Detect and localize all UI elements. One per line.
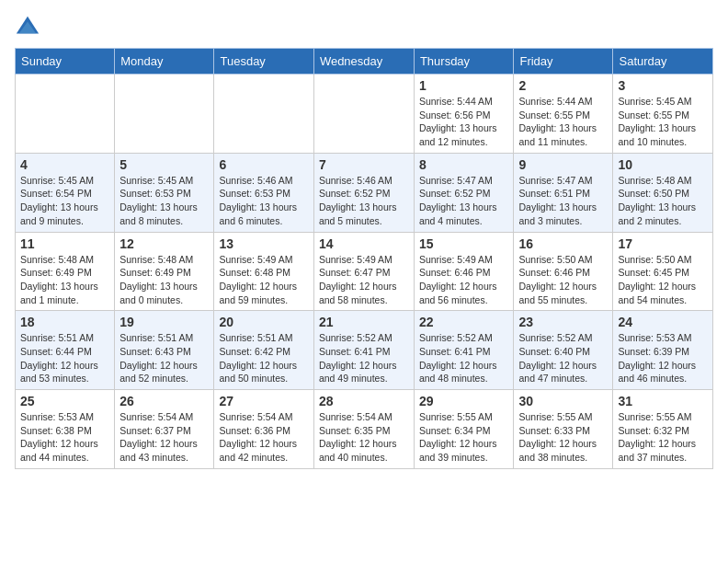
day-info: Sunrise: 5:55 AM Sunset: 6:33 PM Dayligh…: [518, 410, 608, 465]
calendar-cell: 28Sunrise: 5:54 AM Sunset: 6:35 PM Dayli…: [313, 390, 414, 469]
calendar-week-row: 18Sunrise: 5:51 AM Sunset: 6:44 PM Dayli…: [16, 311, 713, 390]
day-info: Sunrise: 5:49 AM Sunset: 6:48 PM Dayligh…: [219, 253, 308, 307]
day-info: Sunrise: 5:46 AM Sunset: 6:52 PM Dayligh…: [319, 174, 409, 228]
day-number: 6: [219, 157, 308, 172]
day-info: Sunrise: 5:47 AM Sunset: 6:52 PM Dayligh…: [419, 174, 509, 228]
calendar-cell: 1Sunrise: 5:44 AM Sunset: 6:56 PM Daylig…: [414, 75, 514, 154]
day-number: 18: [20, 315, 109, 329]
weekday-header-tuesday: Tuesday: [214, 49, 313, 75]
day-number: 10: [618, 157, 708, 172]
day-info: Sunrise: 5:52 AM Sunset: 6:40 PM Dayligh…: [518, 331, 608, 385]
calendar-cell: 6Sunrise: 5:46 AM Sunset: 6:53 PM Daylig…: [214, 153, 313, 232]
day-number: 1: [419, 78, 509, 93]
day-info: Sunrise: 5:50 AM Sunset: 6:45 PM Dayligh…: [618, 253, 708, 307]
calendar-cell: 12Sunrise: 5:48 AM Sunset: 6:49 PM Dayli…: [115, 232, 214, 311]
calendar-cell: 24Sunrise: 5:53 AM Sunset: 6:39 PM Dayli…: [613, 311, 713, 390]
day-number: 9: [518, 157, 608, 172]
calendar-cell: 9Sunrise: 5:47 AM Sunset: 6:51 PM Daylig…: [514, 153, 613, 232]
day-info: Sunrise: 5:44 AM Sunset: 6:56 PM Dayligh…: [419, 95, 509, 149]
day-number: 22: [419, 315, 509, 329]
day-number: 8: [419, 157, 509, 172]
day-number: 16: [518, 236, 608, 251]
logo: [15, 15, 44, 40]
weekday-header-friday: Friday: [514, 49, 613, 75]
calendar-cell: [16, 75, 115, 154]
calendar-cell: 29Sunrise: 5:55 AM Sunset: 6:34 PM Dayli…: [414, 390, 514, 469]
day-info: Sunrise: 5:47 AM Sunset: 6:51 PM Dayligh…: [518, 174, 608, 228]
day-info: Sunrise: 5:51 AM Sunset: 6:42 PM Dayligh…: [219, 331, 308, 385]
day-info: Sunrise: 5:49 AM Sunset: 6:47 PM Dayligh…: [319, 253, 409, 307]
day-number: 26: [119, 394, 209, 408]
weekday-header-monday: Monday: [115, 49, 214, 75]
calendar-cell: 4Sunrise: 5:45 AM Sunset: 6:54 PM Daylig…: [16, 153, 115, 232]
day-number: 7: [319, 157, 409, 172]
day-number: 2: [518, 78, 608, 93]
weekday-header-wednesday: Wednesday: [313, 49, 414, 75]
day-number: 30: [518, 394, 608, 408]
calendar-cell: [115, 75, 214, 154]
day-info: Sunrise: 5:45 AM Sunset: 6:54 PM Dayligh…: [20, 174, 109, 228]
calendar-cell: 15Sunrise: 5:49 AM Sunset: 6:46 PM Dayli…: [414, 232, 514, 311]
calendar-cell: 19Sunrise: 5:51 AM Sunset: 6:43 PM Dayli…: [115, 311, 214, 390]
calendar-cell: 16Sunrise: 5:50 AM Sunset: 6:46 PM Dayli…: [514, 232, 613, 311]
day-info: Sunrise: 5:52 AM Sunset: 6:41 PM Dayligh…: [319, 331, 409, 385]
weekday-header-saturday: Saturday: [613, 49, 713, 75]
calendar-week-row: 11Sunrise: 5:48 AM Sunset: 6:49 PM Dayli…: [16, 232, 713, 311]
day-number: 27: [219, 394, 308, 408]
calendar-week-row: 4Sunrise: 5:45 AM Sunset: 6:54 PM Daylig…: [16, 153, 713, 232]
calendar-cell: 5Sunrise: 5:45 AM Sunset: 6:53 PM Daylig…: [115, 153, 214, 232]
day-info: Sunrise: 5:55 AM Sunset: 6:34 PM Dayligh…: [419, 410, 509, 465]
weekday-header-sunday: Sunday: [16, 49, 115, 75]
calendar-cell: 2Sunrise: 5:44 AM Sunset: 6:55 PM Daylig…: [514, 75, 613, 154]
day-info: Sunrise: 5:48 AM Sunset: 6:50 PM Dayligh…: [618, 174, 708, 228]
day-number: 13: [219, 236, 308, 251]
calendar-table: SundayMondayTuesdayWednesdayThursdayFrid…: [15, 48, 713, 469]
calendar-cell: 14Sunrise: 5:49 AM Sunset: 6:47 PM Dayli…: [313, 232, 414, 311]
day-info: Sunrise: 5:54 AM Sunset: 6:36 PM Dayligh…: [219, 410, 308, 465]
calendar-week-row: 1Sunrise: 5:44 AM Sunset: 6:56 PM Daylig…: [16, 75, 713, 154]
calendar-cell: 3Sunrise: 5:45 AM Sunset: 6:55 PM Daylig…: [613, 75, 713, 154]
day-number: 3: [618, 78, 708, 93]
day-number: 20: [219, 315, 308, 329]
calendar-cell: 31Sunrise: 5:55 AM Sunset: 6:32 PM Dayli…: [613, 390, 713, 469]
day-info: Sunrise: 5:48 AM Sunset: 6:49 PM Dayligh…: [119, 253, 209, 307]
page-header: [15, 15, 713, 40]
calendar-cell: 18Sunrise: 5:51 AM Sunset: 6:44 PM Dayli…: [16, 311, 115, 390]
logo-icon: [15, 15, 40, 40]
day-number: 17: [618, 236, 708, 251]
calendar-cell: 10Sunrise: 5:48 AM Sunset: 6:50 PM Dayli…: [613, 153, 713, 232]
day-number: 23: [518, 315, 608, 329]
day-number: 29: [419, 394, 509, 408]
calendar-cell: 17Sunrise: 5:50 AM Sunset: 6:45 PM Dayli…: [613, 232, 713, 311]
calendar-cell: 30Sunrise: 5:55 AM Sunset: 6:33 PM Dayli…: [514, 390, 613, 469]
day-number: 12: [119, 236, 209, 251]
day-info: Sunrise: 5:54 AM Sunset: 6:37 PM Dayligh…: [119, 410, 209, 465]
calendar-cell: 23Sunrise: 5:52 AM Sunset: 6:40 PM Dayli…: [514, 311, 613, 390]
calendar-cell: 11Sunrise: 5:48 AM Sunset: 6:49 PM Dayli…: [16, 232, 115, 311]
day-number: 31: [618, 394, 708, 408]
day-info: Sunrise: 5:46 AM Sunset: 6:53 PM Dayligh…: [219, 174, 308, 228]
day-info: Sunrise: 5:51 AM Sunset: 6:44 PM Dayligh…: [20, 331, 109, 385]
day-info: Sunrise: 5:44 AM Sunset: 6:55 PM Dayligh…: [518, 95, 608, 149]
day-info: Sunrise: 5:48 AM Sunset: 6:49 PM Dayligh…: [20, 253, 109, 307]
calendar-cell: 25Sunrise: 5:53 AM Sunset: 6:38 PM Dayli…: [16, 390, 115, 469]
day-info: Sunrise: 5:54 AM Sunset: 6:35 PM Dayligh…: [319, 410, 409, 465]
calendar-cell: 8Sunrise: 5:47 AM Sunset: 6:52 PM Daylig…: [414, 153, 514, 232]
calendar-cell: 7Sunrise: 5:46 AM Sunset: 6:52 PM Daylig…: [313, 153, 414, 232]
day-number: 25: [20, 394, 109, 408]
weekday-header-thursday: Thursday: [414, 49, 514, 75]
calendar-cell: 21Sunrise: 5:52 AM Sunset: 6:41 PM Dayli…: [313, 311, 414, 390]
day-info: Sunrise: 5:55 AM Sunset: 6:32 PM Dayligh…: [618, 410, 708, 465]
calendar-cell: 13Sunrise: 5:49 AM Sunset: 6:48 PM Dayli…: [214, 232, 313, 311]
day-number: 5: [119, 157, 209, 172]
day-info: Sunrise: 5:45 AM Sunset: 6:53 PM Dayligh…: [119, 174, 209, 228]
calendar-cell: 26Sunrise: 5:54 AM Sunset: 6:37 PM Dayli…: [115, 390, 214, 469]
day-info: Sunrise: 5:50 AM Sunset: 6:46 PM Dayligh…: [518, 253, 608, 307]
weekday-header-row: SundayMondayTuesdayWednesdayThursdayFrid…: [16, 49, 713, 75]
calendar-cell: [214, 75, 313, 154]
day-info: Sunrise: 5:49 AM Sunset: 6:46 PM Dayligh…: [419, 253, 509, 307]
day-number: 24: [618, 315, 708, 329]
day-number: 11: [20, 236, 109, 251]
day-number: 21: [319, 315, 409, 329]
day-info: Sunrise: 5:53 AM Sunset: 6:39 PM Dayligh…: [618, 331, 708, 385]
